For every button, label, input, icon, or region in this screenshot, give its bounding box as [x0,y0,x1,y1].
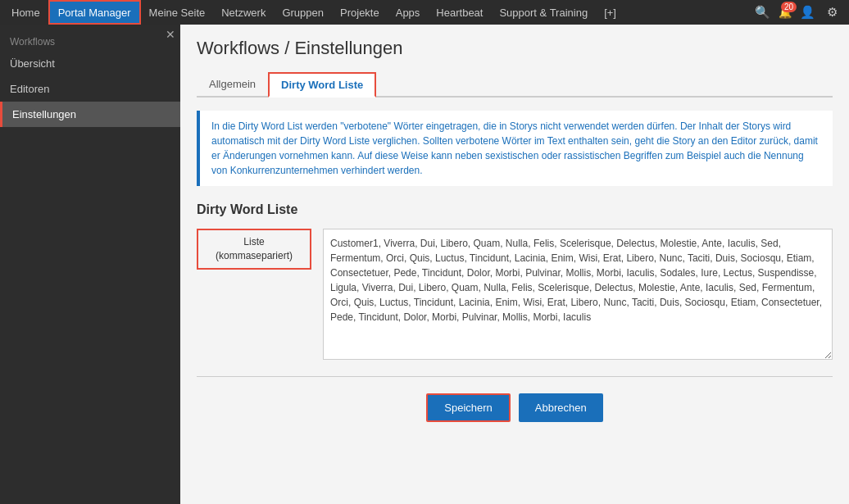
nav-plus[interactable]: [+] [596,0,624,25]
nav-gruppen[interactable]: Gruppen [274,0,332,25]
nav-support-training[interactable]: Support & Training [491,0,596,25]
tab-allgemein[interactable]: Allgemein [197,72,268,98]
nav-meine-seite[interactable]: Meine Seite [141,0,214,25]
nav-apps[interactable]: Apps [388,0,429,25]
sidebar-item-editoren[interactable]: Editoren [0,76,180,102]
tabs: Allgemein Dirty Word Liste [197,72,833,98]
dirty-word-textarea[interactable] [323,229,833,360]
sidebar-item-einstellungen[interactable]: Einstellungen [0,102,180,127]
section-heading: Dirty Word Liste [197,202,833,217]
nav-heartbeat[interactable]: Heartbeat [428,0,491,25]
search-icon[interactable]: 🔍 [751,5,774,20]
nav-netzwerk[interactable]: Netzwerk [213,0,274,25]
sidebar-section-title: Workflows [0,31,180,51]
nav-portal-manager[interactable]: Portal Manager [48,0,141,25]
notification-count: 20 [781,2,797,12]
sidebar-close-button[interactable]: ✕ [166,28,175,41]
info-box: In die Dirty Word List werden "verbotene… [197,111,833,186]
top-nav: Home Portal Manager Meine Seite Netzwerk… [0,0,849,25]
sidebar: ✕ Workflows Übersicht Editoren Einstellu… [0,25,180,504]
save-button[interactable]: Speichern [426,393,511,422]
divider [197,376,833,377]
page-title: Workflows / Einstellungen [197,38,833,59]
form-label: Liste(kommasepariert) [197,229,311,270]
nav-projekte[interactable]: Projekte [332,0,388,25]
notifications-badge-wrap[interactable]: 🔔 20 [779,7,792,19]
nav-home[interactable]: Home [3,0,48,25]
form-row: Liste(kommasepariert) [197,229,833,360]
cancel-button[interactable]: Abbrechen [519,393,603,422]
nav-right-icons: 🔍 🔔 20 👤 ⚙ [751,5,846,20]
sidebar-item-ubersicht[interactable]: Übersicht [0,51,180,76]
main-content: Workflows / Einstellungen Allgemein Dirt… [180,25,849,504]
action-buttons: Speichern Abbrechen [197,393,833,435]
settings-icon[interactable]: ⚙ [824,5,841,20]
tab-dirty-word-liste[interactable]: Dirty Word Liste [268,72,376,98]
user-icon[interactable]: 👤 [797,5,819,20]
layout: ✕ Workflows Übersicht Editoren Einstellu… [0,25,849,504]
